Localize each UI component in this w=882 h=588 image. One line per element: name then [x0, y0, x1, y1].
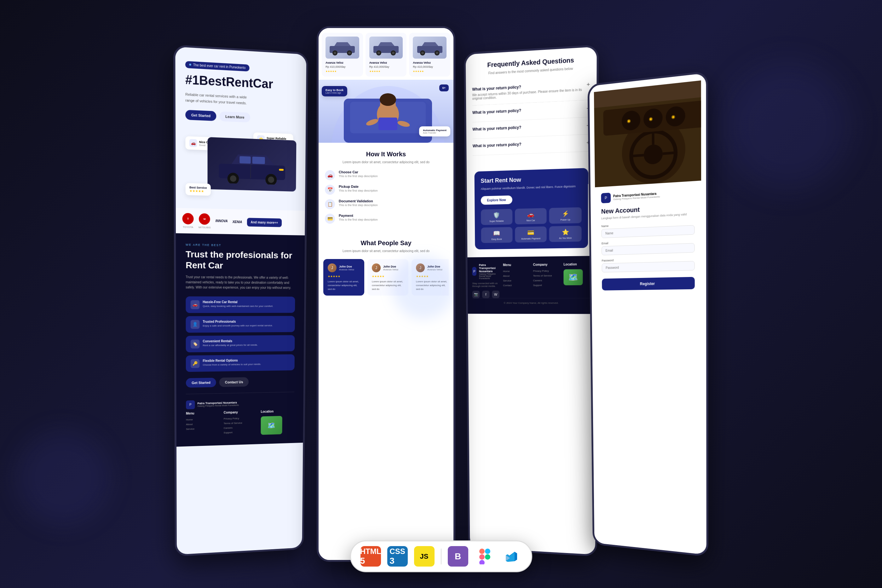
- car-name-3: Avanza Veloz: [413, 61, 447, 64]
- hero-car-image: [207, 137, 296, 192]
- car-card-2: Avanza Veloz Rp 410,000/day ★★★★★: [365, 33, 406, 76]
- footer-menu-left: Menu Home About Service: [186, 411, 220, 437]
- footer-service[interactable]: Service: [503, 279, 530, 282]
- footer-support-left[interactable]: Support: [224, 430, 258, 434]
- car-card-image-1: [326, 36, 359, 58]
- nice-car-icon: 🚗: [189, 139, 197, 147]
- faq-items: What is your return policy? We accept re…: [472, 76, 590, 156]
- dark-section-buttons: Get Started Contact Us: [186, 376, 294, 388]
- footer-contact[interactable]: Contact: [503, 284, 530, 286]
- left-footer-grid: Menu Home About Service Company Privacy …: [186, 409, 294, 437]
- automatic-payment-badge: Automatic Payment Auto Transfer: [419, 126, 450, 136]
- faq-section: Frequently Asked Questions Find answers …: [465, 46, 597, 164]
- badge-text: The best ever car rent in Purwokerto: [193, 63, 245, 70]
- car-price-1: Rp 410,000/day: [326, 65, 359, 68]
- svg-rect-2: [252, 157, 265, 164]
- phone-right: Frequently Asked Questions Find answers …: [464, 45, 598, 557]
- footer-terms-left[interactable]: Terms of Service: [224, 421, 258, 425]
- footer-company-title-left: Company: [224, 410, 258, 414]
- step-payment: 💳 Payment This is the first step descrip…: [325, 214, 447, 224]
- step-number-badge: 6+: [439, 84, 448, 92]
- step-choose-icon: 🚗: [325, 170, 335, 180]
- trust-contact-button[interactable]: Contact Us: [219, 377, 248, 387]
- service-stars: ★★★★★: [189, 189, 207, 193]
- password-field: Password: [602, 256, 694, 273]
- faq-toggle-1[interactable]: +: [586, 81, 590, 88]
- as-you-wish-icon: ⭐: [552, 228, 579, 236]
- how-steps-list: 🚗 Choose Car This is the first step desc…: [325, 170, 447, 224]
- account-form-section: P Patra Transportasi Nusantara Galang Pe…: [595, 180, 701, 297]
- footer-about[interactable]: About: [503, 274, 530, 277]
- email-field: Email: [601, 238, 694, 255]
- email-input[interactable]: [602, 243, 695, 255]
- decoration-blob-right: [724, 63, 850, 189]
- start-rent-desc: Aliquam pulvinar vestibulum blandit. Don…: [480, 184, 581, 191]
- toyota-name: TOYOTA: [183, 226, 193, 229]
- start-rent-features: 🛡️ Super Reliable 🚗 Nice Car ⚡ Power Up: [481, 207, 582, 243]
- footer-careers-left[interactable]: Careers: [224, 426, 258, 429]
- brands-section: T TOYOTA M MITSUBIS INNOVA XENIA And man…: [176, 208, 305, 236]
- nice-car-feat-label: Nice Car: [517, 219, 544, 222]
- footer-link-about-left[interactable]: About: [186, 422, 220, 426]
- testi-info-1: John Doe Avanza Veloz: [339, 265, 354, 271]
- explore-now-button[interactable]: Explore Now: [480, 195, 512, 205]
- super-reliable-label: Super Reliable: [483, 220, 510, 222]
- footer-brand-info-left: Patra Transportasi Nusantara Galang Pela…: [197, 401, 239, 407]
- svg-point-51: [485, 554, 490, 560]
- footer-support[interactable]: Support: [533, 284, 560, 286]
- easy-book-icon: 📖: [483, 230, 510, 237]
- footer-privacy[interactable]: Privacy Policy: [533, 269, 560, 272]
- mitsubishi-logo: M: [199, 213, 210, 225]
- footer-link-service-left[interactable]: Service: [186, 427, 220, 430]
- instagram-icon[interactable]: 📷: [472, 291, 480, 298]
- step-choose-info: Choose Car This is the first step descri…: [339, 170, 378, 178]
- feature-card-trusted: 👤 Trusted Professionals Enjoy a safe and…: [186, 316, 295, 333]
- get-started-button[interactable]: Get Started: [185, 110, 216, 122]
- step-payment-icon: 💳: [325, 214, 335, 224]
- feature-convenient-title: Convenient Rentals: [202, 339, 258, 343]
- testi-stars-1: ★★★★★: [328, 275, 360, 278]
- footer-careers[interactable]: Careers: [533, 279, 560, 282]
- password-input[interactable]: [602, 261, 694, 272]
- step-document-icon: 📋: [325, 199, 335, 209]
- bootstrap-label: B: [455, 552, 461, 561]
- testi-name-1: John Doe: [339, 265, 354, 268]
- figma-icon: [479, 549, 490, 564]
- footer-logo-left: P: [186, 400, 195, 409]
- footer-location-title-left: Location: [261, 409, 294, 413]
- trust-get-started-button[interactable]: Get Started: [186, 378, 216, 388]
- brand-xenia: XENIA: [232, 220, 242, 224]
- driver-section: Easy to Book Last 2 mins ago 6+ Automati…: [319, 80, 453, 143]
- convenient-icon: 🏷️: [190, 339, 199, 348]
- footer-terms[interactable]: Terms of Service: [533, 274, 560, 277]
- learn-more-button[interactable]: Learn More: [219, 111, 250, 123]
- footer-link-home-left[interactable]: Home: [186, 417, 220, 421]
- car-price-3: Rp 410,000/day: [413, 65, 447, 68]
- footer-location-left: Location 🗺️: [261, 409, 294, 435]
- vscode-icon: [505, 550, 518, 563]
- footer-privacy-left[interactable]: Privacy Policy: [224, 417, 258, 420]
- step-document-desc: This is the first step description: [339, 204, 378, 207]
- avatar-2: J: [372, 263, 381, 272]
- whatsapp-icon[interactable]: W: [492, 291, 500, 298]
- register-button[interactable]: Register: [602, 277, 695, 291]
- brand-toyota: T TOYOTA: [182, 213, 194, 229]
- svg-rect-7: [279, 169, 284, 171]
- js-label: JS: [420, 552, 429, 561]
- car-interior-section: ◉ ◉ ◉: [594, 80, 701, 187]
- footer-company-section: Company Privacy Policy Terms of Service …: [533, 262, 560, 298]
- vscode-tool: [501, 546, 522, 567]
- feature-card-hassle: 🚗 Hassle-Free Car Rental Quick, easy boo…: [186, 296, 295, 313]
- svg-line-39: [663, 153, 676, 154]
- feature-trusted-info: Trusted Professionals Enjoy a safe and s…: [202, 320, 273, 327]
- far-right-content: ◉ ◉ ◉ P Patra Transportasi Nusantara Gal…: [589, 73, 706, 555]
- hero-badge: The best ever car rent in Purwokerto: [185, 61, 249, 71]
- feature-flexible-info: Flexible Rental Options Choose from a va…: [202, 358, 261, 366]
- facebook-icon[interactable]: f: [482, 291, 489, 298]
- badge-service: Best Service ★★★★★: [185, 183, 210, 196]
- flexible-icon: 🔑: [190, 359, 200, 368]
- car-card-1: Avanza Veloz Rp 410,000/day ★★★★★: [322, 33, 363, 76]
- footer-home[interactable]: Home: [503, 269, 530, 273]
- feature-hassle-info: Hassle-Free Car Rental Quick, easy booki…: [202, 300, 273, 307]
- how-it-works-desc: Lorem ipsum dolor sit amet, consectetur …: [325, 160, 447, 164]
